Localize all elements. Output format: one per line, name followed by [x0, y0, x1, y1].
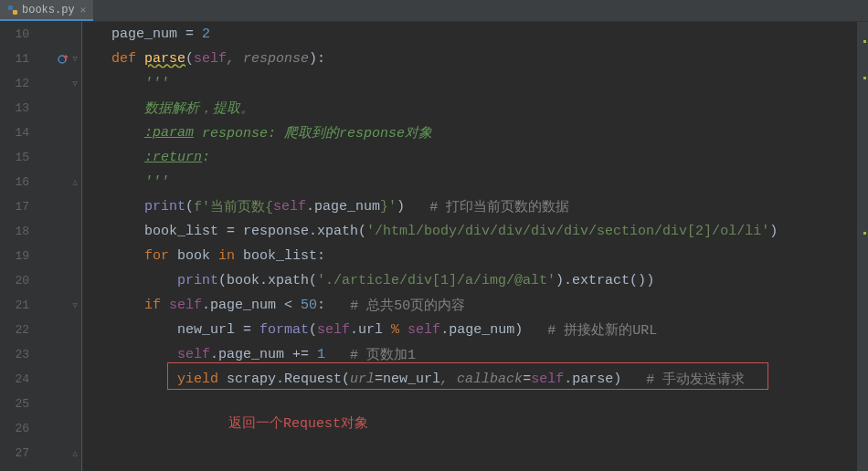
code-line[interactable]: yield scrapy.Request(url=new_url, callba… [111, 367, 868, 392]
string-literal: './article/div[1]/a/img/@alt' [317, 273, 556, 288]
string-literal: f'当前页数{ [194, 198, 273, 215]
file-tab-books[interactable]: books.py ✕ [0, 0, 93, 21]
line-number: 16 [0, 175, 29, 189]
editor-tabs-bar: books.py ✕ [0, 0, 868, 22]
comment: # 总共50页的内容 [350, 297, 465, 314]
comment: # 页数加1 [350, 346, 416, 363]
line-number: 11 [0, 52, 29, 66]
number-literal: 50 [301, 298, 317, 313]
code-line[interactable] [111, 441, 868, 466]
line-number: 24 [0, 372, 29, 386]
code-line[interactable] [111, 392, 868, 416]
builtin-call: print [144, 199, 185, 215]
line-number: 19 [0, 249, 29, 263]
parameter: response [243, 51, 309, 67]
comment: # 拼接处新的URL [547, 321, 657, 339]
code-line[interactable]: page_num = 2 [111, 22, 868, 47]
keyword: if [144, 298, 161, 313]
variable: page_num [111, 26, 177, 42]
line-number: 17 [0, 200, 29, 214]
code-line[interactable]: print(f'当前页数{self.page_num}') # 打印当前页数的数… [111, 194, 868, 219]
builtin-call: print [177, 273, 218, 288]
docstring: response: 爬取到的response对象 [194, 124, 432, 141]
builtin-call: format [259, 322, 309, 338]
line-number: 18 [0, 225, 29, 238]
line-number: 23 [0, 348, 29, 361]
fold-end-icon[interactable]: △ [73, 177, 78, 187]
tab-filename: books.py [22, 4, 75, 16]
scrollbar[interactable] [857, 22, 868, 471]
docstring: ''' [144, 174, 169, 190]
code-editor[interactable]: 10 11▽ 12▽ 13 14 15 16△ 17 18 19 20 21▽ … [0, 22, 868, 471]
code-line[interactable]: ''' [111, 170, 868, 194]
code-line[interactable]: new_url = format(self.url % self.page_nu… [111, 318, 868, 342]
code-line[interactable]: ''' [111, 71, 868, 96]
line-number: 12 [0, 77, 29, 90]
svg-rect-0 [8, 5, 13, 10]
warning-marker[interactable] [863, 232, 866, 235]
line-number: 13 [0, 101, 29, 115]
code-line[interactable]: self.page_num += 1 # 页数加1 [111, 342, 868, 367]
warning-marker[interactable] [863, 40, 866, 43]
comment: # 手动发送请求 [646, 371, 745, 388]
keyword: def [111, 51, 136, 67]
line-number: 15 [0, 151, 29, 164]
fold-toggle-icon[interactable]: ▽ [73, 54, 78, 64]
line-number: 22 [0, 323, 29, 337]
line-number: 21 [0, 298, 29, 312]
code-line[interactable]: :param response: 爬取到的response对象 [111, 120, 868, 145]
keyword: for [144, 248, 169, 264]
code-line[interactable]: print(book.xpath('./article/div[1]/a/img… [111, 268, 868, 293]
docstring: 数据解析，提取。 [144, 99, 254, 117]
function-name: parse [144, 51, 185, 67]
gutter: 10 11▽ 12▽ 13 14 15 16△ 17 18 19 20 21▽ … [0, 22, 82, 471]
warning-marker[interactable] [863, 77, 866, 79]
string-literal: '/html/body/div/div/div/div/section/div[… [366, 224, 769, 239]
code-line[interactable] [111, 416, 868, 441]
keyword: in [218, 248, 235, 264]
code-line[interactable]: :return: [111, 145, 868, 170]
code-line[interactable]: for book in book_list: [111, 244, 868, 268]
doc-tag: :return [144, 150, 202, 165]
code-content[interactable]: 返回一个Request对象 page_num = 2 def parse(sel… [82, 22, 868, 471]
comment: # 打印当前页数的数据 [429, 198, 569, 215]
self-param: self [194, 51, 227, 67]
svg-rect-1 [13, 10, 17, 15]
fold-end-icon[interactable]: △ [73, 448, 78, 458]
doc-tag: :param [144, 125, 194, 141]
line-number: 14 [0, 126, 29, 140]
line-number: 20 [0, 274, 29, 288]
fold-toggle-icon[interactable]: ▽ [73, 78, 78, 89]
code-line[interactable]: def parse(self, response): [111, 47, 868, 71]
fold-toggle-icon[interactable]: ▽ [73, 300, 78, 310]
code-line[interactable]: book_list = response.xpath('/html/body/d… [111, 219, 868, 244]
code-line[interactable]: if self.page_num < 50: # 总共50页的内容 [111, 293, 868, 318]
number-literal: 2 [202, 26, 210, 42]
line-number: 27 [0, 446, 29, 460]
code-line[interactable]: 数据解析，提取。 [111, 96, 868, 120]
number-literal: 1 [317, 347, 325, 362]
line-number: 25 [0, 397, 29, 411]
close-icon[interactable]: ✕ [80, 4, 87, 16]
python-file-icon [7, 5, 18, 16]
line-number: 10 [0, 27, 29, 41]
override-marker-icon[interactable] [58, 53, 70, 66]
line-number: 26 [0, 422, 29, 435]
docstring: : [202, 150, 210, 165]
docstring: ''' [144, 76, 169, 91]
keyword: yield [177, 372, 218, 387]
